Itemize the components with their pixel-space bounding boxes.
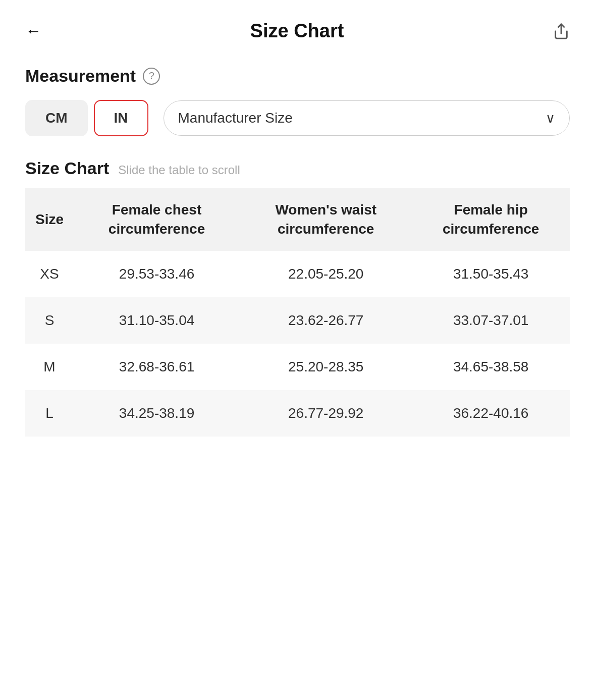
table-row: S31.10-35.0423.62-26.7733.07-37.01 [25,297,570,344]
cell-chest: 31.10-35.04 [74,297,240,344]
size-chart-header: Size Chart Slide the table to scroll [25,158,570,178]
col-hip: Female hip circumference [412,188,570,251]
cell-size: XS [25,251,74,297]
col-waist: Women's waist circumference [240,188,412,251]
table-header-row: Size Female chest circumference Women's … [25,188,570,251]
table-row: XS29.53-33.4622.05-25.2031.50-35.43 [25,251,570,297]
unit-toggle: CM IN [25,100,148,136]
table-row: M32.68-36.6125.20-28.3534.65-38.58 [25,344,570,390]
size-chart-title: Size Chart [25,158,109,178]
cell-size: S [25,297,74,344]
col-chest: Female chest circumference [74,188,240,251]
cell-waist: 26.77-29.92 [240,390,412,437]
cell-waist: 25.20-28.35 [240,344,412,390]
cm-button[interactable]: CM [25,100,88,136]
size-table: Size Female chest circumference Women's … [25,188,570,437]
cell-chest: 29.53-33.46 [74,251,240,297]
controls-row: CM IN Manufacturer Size ∨ [25,100,570,136]
cell-hip: 33.07-37.01 [412,297,570,344]
measurement-label-row: Measurement ? [25,66,570,86]
cell-size: L [25,390,74,437]
dropdown-label: Manufacturer Size [178,110,293,126]
cell-size: M [25,344,74,390]
header: ← Size Chart [25,20,570,42]
size-chart-section: Size Chart Slide the table to scroll Siz… [25,158,570,437]
back-button[interactable]: ← [25,22,41,40]
table-row: L34.25-38.1926.77-29.9236.22-40.16 [25,390,570,437]
chevron-down-icon: ∨ [546,111,555,126]
help-icon[interactable]: ? [143,68,160,85]
cell-hip: 36.22-40.16 [412,390,570,437]
cell-waist: 22.05-25.20 [240,251,412,297]
cell-waist: 23.62-26.77 [240,297,412,344]
measurement-text: Measurement [25,66,136,86]
in-button[interactable]: IN [94,100,148,136]
share-icon [553,23,570,40]
page-title: Size Chart [250,20,344,42]
cell-hip: 34.65-38.58 [412,344,570,390]
measurement-section: Measurement ? CM IN Manufacturer Size ∨ [25,66,570,136]
cell-chest: 34.25-38.19 [74,390,240,437]
scroll-hint: Slide the table to scroll [118,163,240,177]
share-button[interactable] [553,23,570,40]
col-size: Size [25,188,74,251]
manufacturer-size-dropdown[interactable]: Manufacturer Size ∨ [164,100,570,136]
cell-chest: 32.68-36.61 [74,344,240,390]
cell-hip: 31.50-35.43 [412,251,570,297]
